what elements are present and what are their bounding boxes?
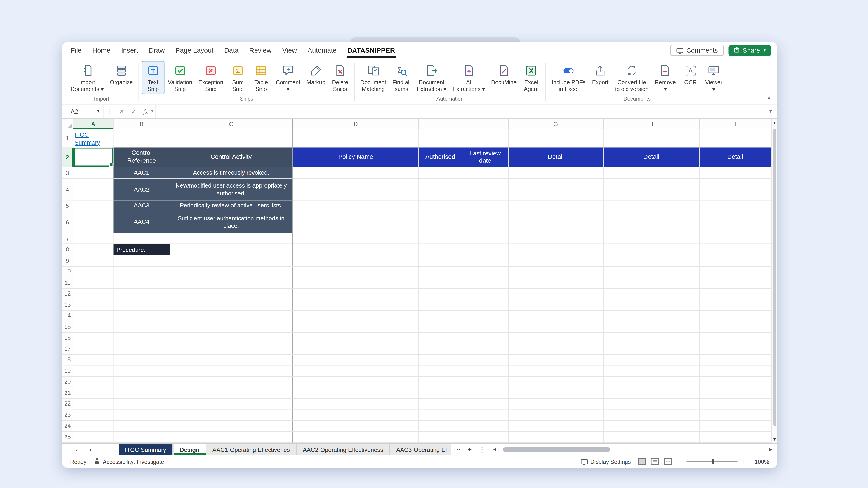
cell[interactable]: [419, 167, 463, 179]
column-header-d[interactable]: D: [293, 119, 419, 129]
cell[interactable]: [700, 344, 772, 355]
column-header-i[interactable]: I: [700, 119, 772, 129]
cell[interactable]: [508, 299, 603, 311]
cell[interactable]: [114, 288, 170, 299]
cell-a1[interactable]: ITGC Summary: [73, 129, 114, 148]
cell[interactable]: [508, 311, 603, 322]
cell[interactable]: [603, 201, 700, 212]
cell[interactable]: [603, 431, 700, 443]
cell[interactable]: [293, 365, 419, 377]
cell[interactable]: [508, 201, 603, 212]
menu-tab-view[interactable]: View: [282, 43, 297, 58]
cell-control-ref[interactable]: AAC4: [114, 211, 170, 233]
cell[interactable]: [700, 255, 772, 266]
cell[interactable]: [73, 387, 114, 398]
row-header[interactable]: 22: [62, 398, 73, 410]
formula-bar-expand-icon[interactable]: ▾: [764, 108, 777, 114]
menu-tab-draw[interactable]: Draw: [148, 43, 165, 58]
cell[interactable]: [603, 344, 700, 355]
cell[interactable]: [293, 233, 419, 244]
cell[interactable]: [293, 167, 419, 179]
horizontal-scrollbar[interactable]: ◀ ▶: [491, 444, 775, 455]
ribbon-collapse-chevron-icon[interactable]: ▾: [768, 96, 770, 101]
cell[interactable]: [508, 244, 603, 255]
column-header-c[interactable]: C: [170, 119, 293, 129]
exception-snip-button[interactable]: Exception Snip: [195, 61, 226, 94]
sheet-options-icon[interactable]: ⋮: [476, 444, 488, 455]
cell[interactable]: [462, 201, 508, 212]
cell[interactable]: [508, 332, 603, 344]
row-header[interactable]: 10: [62, 266, 73, 278]
cell[interactable]: [73, 431, 114, 443]
cell[interactable]: [419, 299, 463, 311]
cell[interactable]: [293, 420, 419, 431]
import-documents-button[interactable]: Import Documents ▾: [68, 61, 106, 94]
cell[interactable]: [700, 387, 772, 398]
cell[interactable]: [114, 431, 170, 443]
row-header[interactable]: 20: [62, 377, 73, 387]
zoom-slider-thumb[interactable]: [712, 458, 714, 464]
scroll-right-icon[interactable]: ▶: [767, 447, 775, 452]
viewer-button[interactable]: Viewer ▾: [702, 61, 725, 94]
menu-tab-page-layout[interactable]: Page Layout: [175, 43, 214, 58]
cell[interactable]: [700, 332, 772, 344]
row-header[interactable]: 19: [62, 365, 73, 377]
cell[interactable]: [73, 201, 114, 212]
zoom-level[interactable]: 100%: [752, 458, 769, 465]
delete-snips-button[interactable]: Delete Snips: [329, 61, 351, 94]
cell[interactable]: [462, 365, 508, 377]
cell[interactable]: [603, 377, 700, 387]
vertical-scrollbar[interactable]: ▲ ▼: [772, 119, 777, 444]
cell[interactable]: [419, 431, 463, 443]
cell[interactable]: [73, 398, 114, 410]
cell[interactable]: [419, 311, 463, 322]
cell[interactable]: [508, 377, 603, 387]
cell-control-reference-header[interactable]: Control Reference: [114, 148, 170, 167]
comment-button[interactable]: Comment ▾: [273, 61, 303, 94]
row-header[interactable]: 3: [62, 167, 73, 179]
cell[interactable]: [73, 244, 114, 255]
cell[interactable]: [170, 398, 293, 410]
cell[interactable]: [603, 233, 700, 244]
cell[interactable]: [419, 266, 463, 278]
cell[interactable]: [462, 398, 508, 410]
more-sheets-icon[interactable]: ⋯: [451, 444, 463, 455]
cell[interactable]: [419, 179, 463, 201]
vertical-scrollbar-thumb[interactable]: [773, 129, 776, 426]
cell[interactable]: [419, 201, 463, 212]
cell[interactable]: [419, 398, 463, 410]
row-header[interactable]: 21: [62, 387, 73, 398]
cell[interactable]: [114, 129, 170, 148]
cell[interactable]: [170, 266, 293, 278]
row-header[interactable]: 4: [62, 179, 73, 201]
scroll-left-icon[interactable]: ◀: [491, 447, 498, 452]
row-header[interactable]: 13: [62, 299, 73, 311]
cell[interactable]: [293, 410, 419, 421]
cell[interactable]: [73, 211, 114, 233]
cell[interactable]: [508, 355, 603, 365]
cell[interactable]: [114, 410, 170, 421]
select-all-corner[interactable]: [62, 119, 73, 129]
cell-authorised-header[interactable]: Authorised: [419, 148, 463, 167]
cell[interactable]: [73, 344, 114, 355]
markup-button[interactable]: Markup: [304, 61, 328, 88]
cell[interactable]: [508, 129, 603, 148]
horizontal-scrollbar-thumb[interactable]: [503, 447, 610, 452]
insert-function-icon[interactable]: fx: [140, 108, 151, 115]
sheet-tab-design[interactable]: Design: [173, 444, 206, 455]
cell-control-activity-header[interactable]: Control Activity: [170, 148, 293, 167]
documine-button[interactable]: DocuMine: [488, 61, 520, 88]
cell[interactable]: [114, 278, 170, 289]
cell[interactable]: [700, 179, 772, 201]
cell[interactable]: [73, 288, 114, 299]
cell[interactable]: [170, 255, 293, 266]
cell[interactable]: [170, 344, 293, 355]
row-header[interactable]: 12: [62, 288, 73, 299]
sheet-tab-aac2[interactable]: AAC2-Operating Effectiveness: [297, 444, 390, 455]
cell[interactable]: [114, 398, 170, 410]
cell-detail-header[interactable]: Detail: [508, 148, 603, 167]
page-break-view-icon[interactable]: [664, 458, 672, 465]
column-header-h[interactable]: H: [603, 119, 700, 129]
column-header-g[interactable]: G: [508, 119, 603, 129]
cancel-entry-icon[interactable]: ✕: [116, 107, 128, 115]
